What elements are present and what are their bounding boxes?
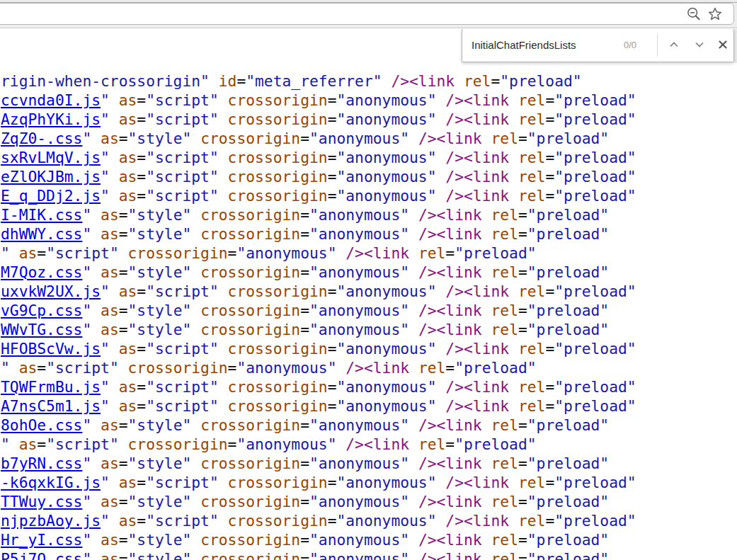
code-token-attr: as xyxy=(119,340,137,358)
code-token-plain xyxy=(10,435,19,453)
code-token-value: "preload" xyxy=(527,416,609,434)
code-token-plain xyxy=(509,149,518,166)
chevron-down-icon xyxy=(691,36,708,53)
code-token-attr: crossorigin xyxy=(200,550,300,560)
code-token-value: "style" xyxy=(128,225,192,243)
find-close-button[interactable] xyxy=(714,36,731,53)
code-token-value: "preload" xyxy=(527,321,609,338)
address-bar[interactable] xyxy=(0,3,734,25)
code-token-tag: /><link xyxy=(445,91,509,109)
code-token-attr: as xyxy=(101,302,119,319)
code-token-plain: = xyxy=(228,244,237,262)
code-token-plain: = xyxy=(37,435,46,453)
resource-link[interactable]: -k6qxkIG.js xyxy=(1,474,101,491)
code-token-plain xyxy=(91,263,101,281)
code-token-plain xyxy=(437,378,446,396)
code-token-plain: = xyxy=(137,110,146,128)
code-token-plain: = xyxy=(137,187,146,205)
find-input[interactable]: InitialChatFriendsLists xyxy=(472,29,576,61)
resource-link[interactable]: TQWFrmBu.js xyxy=(1,378,101,396)
code-token-attr: crossorigin xyxy=(228,282,328,300)
code-token-plain: = xyxy=(119,302,128,319)
code-token-plain xyxy=(91,416,101,434)
code-token-value: " xyxy=(82,493,91,510)
code-token-value: "preload" xyxy=(554,397,636,415)
code-token-tag: /><link xyxy=(445,168,509,185)
find-next-button[interactable] xyxy=(691,36,708,53)
code-token-plain: = xyxy=(137,397,146,415)
resource-link[interactable]: eZlOKJBm.js xyxy=(1,168,101,185)
code-token-value: "preload" xyxy=(527,302,609,319)
code-token-value: "anonymous" xyxy=(336,397,436,415)
resource-link[interactable]: WWvTG.css xyxy=(1,321,82,338)
code-token-value: "anonymous" xyxy=(336,187,436,205)
resource-link[interactable]: M7Qoz.css xyxy=(1,263,82,281)
find-bar: InitialChatFriendsLists 0/0 xyxy=(462,29,734,62)
code-token-attr: rel xyxy=(418,244,445,262)
resource-link[interactable]: vG9Cp.css xyxy=(1,302,82,319)
resource-link[interactable]: Hr_yI.css xyxy=(1,531,82,549)
code-token-attr: crossorigin xyxy=(228,397,328,415)
resource-link[interactable]: I-MIK.css xyxy=(1,206,82,224)
code-token-tag: /><link xyxy=(418,206,482,224)
code-token-attr: rel xyxy=(491,302,518,319)
resource-link[interactable]: njpzbAoy.js xyxy=(1,512,101,530)
code-token-value: "preload" xyxy=(527,531,609,549)
code-token-value: "preload" xyxy=(527,206,609,224)
resource-link[interactable]: b7yRN.css xyxy=(1,455,82,472)
code-token-value: " xyxy=(101,187,110,205)
code-token-tag: /><link xyxy=(445,378,509,396)
code-token-plain: = xyxy=(137,512,146,530)
code-token-plain xyxy=(509,187,518,205)
resource-link[interactable]: uxvkW2UX.js xyxy=(1,282,101,300)
code-token-plain xyxy=(482,302,491,319)
source-line: eZlOKJBm.js" as="script" crossorigin="an… xyxy=(1,167,636,186)
source-line: TQWFrmBu.js" as="script" crossorigin="an… xyxy=(1,377,636,396)
address-bar-input[interactable] xyxy=(5,6,645,23)
code-token-attr: crossorigin xyxy=(128,244,228,262)
code-token-attr: as xyxy=(119,512,137,530)
code-token-plain xyxy=(219,149,228,166)
code-token-plain xyxy=(509,282,518,300)
code-token-plain xyxy=(437,474,446,491)
resource-link[interactable]: TTWuy.css xyxy=(1,493,82,510)
code-token-attr: as xyxy=(101,206,119,224)
code-token-plain xyxy=(119,244,128,262)
code-token-value: "script" xyxy=(146,474,219,491)
code-token-plain xyxy=(509,474,518,491)
code-token-value: "anonymous" xyxy=(309,550,409,560)
code-token-plain: = xyxy=(137,149,146,166)
code-token-value: " xyxy=(101,91,110,109)
resource-link[interactable]: HFOBScVw.js xyxy=(1,340,101,358)
code-token-attr: as xyxy=(119,168,137,185)
bookmark-star-icon[interactable] xyxy=(707,6,723,22)
source-line: WWvTG.css" as="style" crossorigin="anony… xyxy=(1,320,636,339)
resource-link[interactable]: P5j7Q.css xyxy=(1,550,82,560)
source-line: TTWuy.css" as="style" crossorigin="anony… xyxy=(1,492,636,511)
code-token-value: "meta_referrer" xyxy=(246,72,382,90)
code-token-plain xyxy=(409,455,418,472)
code-token-tag: /><link xyxy=(418,493,482,510)
code-token-plain: = xyxy=(545,187,554,205)
code-token-value: "style" xyxy=(128,130,192,147)
resource-link[interactable]: ccvnda0I.js xyxy=(1,91,101,109)
code-token-attr: as xyxy=(119,397,137,415)
resource-link[interactable]: 8ohOe.css xyxy=(1,416,82,434)
resource-link[interactable]: E_q_DDj2.js xyxy=(1,187,101,205)
code-token-tag: /><link xyxy=(445,340,509,358)
resource-link[interactable]: AzqPhYKi.js xyxy=(1,110,101,128)
resource-link[interactable]: ZqZ0-.css xyxy=(1,130,82,147)
resource-link[interactable]: A7nsC5m1.js xyxy=(1,397,101,415)
code-token-plain: = xyxy=(518,130,527,147)
code-token-tag: /><link xyxy=(418,130,482,147)
code-token-value: "script" xyxy=(146,91,219,109)
resource-link[interactable]: sxRvLMqV.js xyxy=(1,149,101,166)
code-token-plain xyxy=(91,550,101,560)
zoom-out-magnifier-icon[interactable] xyxy=(686,6,702,22)
code-token-value: "anonymous" xyxy=(236,244,336,262)
code-token-plain: = xyxy=(545,91,554,109)
find-previous-button[interactable] xyxy=(665,36,682,53)
resource-link[interactable]: dhWWY.css xyxy=(1,225,82,243)
code-token-value: "script" xyxy=(146,187,219,205)
code-token-attr: as xyxy=(19,359,38,377)
